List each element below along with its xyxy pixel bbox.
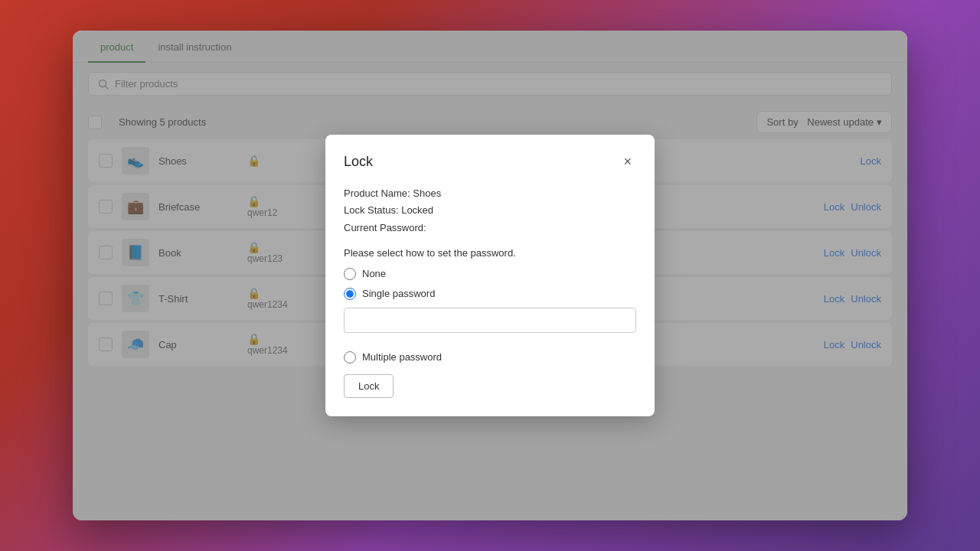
modal-header: Lock × [344,153,636,170]
app-window: product install instruction Showing 5 pr… [73,31,907,520]
radio-none[interactable]: None [344,268,636,280]
radio-single[interactable]: Single password [344,288,636,300]
modal-question: Please select how to set the password. [344,247,636,259]
radio-none-input[interactable] [344,268,356,280]
modal-product-name: Product Name: Shoes [344,185,636,202]
radio-none-label: None [362,268,386,279]
modal-close-button[interactable]: × [619,153,636,170]
lock-modal: Lock × Product Name: Shoes Lock Status: … [325,135,655,416]
radio-group: None Single password Multiple password [344,268,636,364]
radio-single-input[interactable] [344,288,356,300]
radio-multiple-input[interactable] [344,351,356,364]
modal-lock-button[interactable]: Lock [344,374,394,398]
password-input[interactable] [344,308,636,333]
modal-overlay: Lock × Product Name: Shoes Lock Status: … [73,31,907,520]
modal-info: Product Name: Shoes Lock Status: Locked … [344,185,636,236]
radio-multiple[interactable]: Multiple password [344,351,636,364]
radio-multiple-label: Multiple password [362,351,442,363]
modal-lock-status: Lock Status: Locked [344,202,636,219]
modal-title: Lock [344,154,373,170]
modal-current-password: Current Password: [344,220,636,236]
radio-single-label: Single password [362,288,435,299]
